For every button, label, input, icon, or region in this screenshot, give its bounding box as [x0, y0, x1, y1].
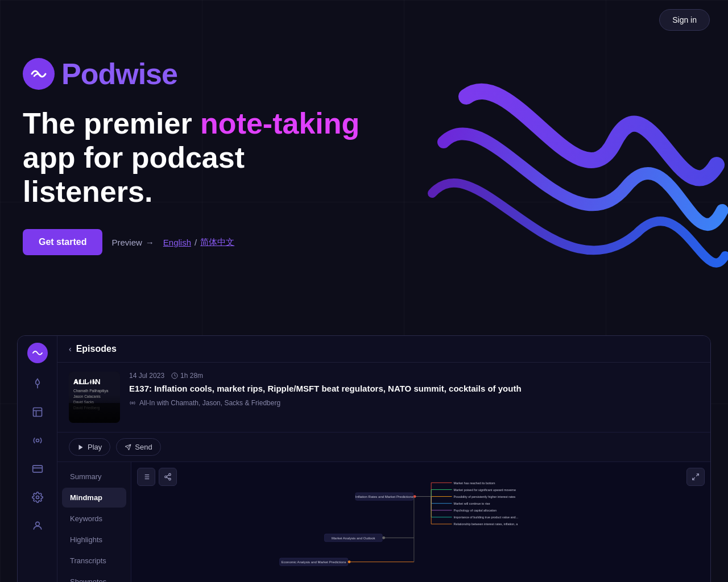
- play-label: Play: [88, 443, 102, 451]
- sidebar-item-library[interactable]: [25, 400, 50, 425]
- mindmap-list-btn[interactable]: [137, 468, 155, 486]
- sidebar-item-flame[interactable]: [25, 371, 50, 396]
- send-label: Send: [135, 443, 152, 451]
- svg-text:Possibility of persistently hi: Possibility of persistently higher inter…: [454, 495, 516, 498]
- back-icon[interactable]: ‹: [69, 344, 72, 354]
- episode-duration: 1h 28m: [171, 372, 203, 380]
- svg-point-64: [382, 537, 385, 539]
- svg-point-29: [165, 476, 167, 478]
- nav-tabs: Summary Mindmap Keywords Highlights Tran…: [57, 462, 131, 582]
- svg-point-9: [35, 522, 39, 526]
- get-started-button[interactable]: Get started: [23, 229, 102, 255]
- app-preview-window: ‹ Episodes ALL-IN Chamath Palihapitiya J…: [17, 335, 711, 582]
- play-button[interactable]: Play: [69, 438, 110, 456]
- english-link[interactable]: English: [163, 238, 191, 247]
- svg-line-31: [167, 477, 169, 479]
- svg-text:ALL-IN: ALL-IN: [73, 379, 97, 385]
- svg-rect-16: [69, 403, 120, 423]
- episode-title: E137: Inflation cools, market rips, Ripp…: [129, 383, 699, 394]
- svg-rect-6: [32, 465, 42, 472]
- svg-point-28: [169, 473, 171, 476]
- app-inner: ‹ Episodes ALL-IN Chamath Palihapitiya J…: [18, 336, 710, 582]
- episode-info: 14 Jul 2023 1h 28m E137: Inflation cools…: [129, 372, 699, 407]
- episode-meta: 14 Jul 2023 1h 28m: [129, 372, 699, 380]
- svg-point-8: [36, 496, 39, 499]
- episode-card: ALL-IN Chamath Palihapitiya Jason Calaca…: [57, 363, 710, 433]
- podwise-logo-icon: [23, 58, 55, 90]
- tab-mindmap[interactable]: Mindmap: [62, 488, 126, 508]
- svg-rect-2: [33, 408, 42, 417]
- tagline-end: app for podcast listeners.: [23, 141, 245, 208]
- hero-tagline: The premier note-taking app for podcast …: [23, 107, 375, 209]
- svg-text:Importance of building true pr: Importance of building true product valu…: [454, 516, 519, 519]
- tab-summary[interactable]: Summary: [62, 467, 126, 487]
- tab-highlights[interactable]: Highlights: [62, 530, 126, 550]
- svg-line-33: [696, 474, 698, 476]
- tagline-highlight: note-taking: [200, 107, 359, 140]
- mindmap-share-btn[interactable]: [159, 468, 177, 486]
- svg-point-52: [413, 495, 416, 498]
- sidebar-logo-icon: [27, 343, 48, 363]
- svg-text:David Friedberg: David Friedberg: [73, 406, 100, 410]
- tab-transcripts[interactable]: Transcripts: [62, 551, 126, 571]
- app-sidebar: [18, 336, 57, 582]
- preview-section: Preview →: [111, 238, 154, 247]
- sidebar-item-settings[interactable]: [25, 485, 50, 510]
- arrow-icon: →: [146, 238, 154, 247]
- episode-date: 14 Jul 2023: [129, 372, 164, 380]
- mindmap-toolbar: [137, 468, 177, 486]
- hero-section: Podwise The premier note-taking app for …: [0, 40, 728, 335]
- content-area: Summary Mindmap Keywords Highlights Tran…: [57, 462, 710, 582]
- podcast-name-text: All-In with Chamath, Jason, Sacks & Frie…: [139, 399, 280, 407]
- svg-text:Chamath Palihapitiya: Chamath Palihapitiya: [73, 389, 109, 393]
- svg-text:Economic Analysis and Market P: Economic Analysis and Market Predictions: [282, 560, 346, 564]
- svg-text:Jason Calacanis: Jason Calacanis: [73, 394, 101, 398]
- svg-point-5: [36, 439, 39, 442]
- tab-keywords[interactable]: Keywords: [62, 509, 126, 529]
- svg-text:Market will continue to rise: Market will continue to rise: [454, 502, 490, 505]
- episodes-header: ‹ Episodes: [57, 336, 710, 363]
- svg-text:David Sacks: David Sacks: [73, 400, 94, 404]
- mindmap-visualization: Inflation Rates and Market Predictions M…: [131, 462, 710, 582]
- chinese-link[interactable]: 简体中文: [200, 237, 234, 248]
- svg-line-32: [167, 475, 169, 476]
- svg-text:Market poised for significant : Market poised for significant upward mov…: [454, 488, 516, 492]
- episode-actions: Play Send: [57, 433, 710, 462]
- hero-wave-illustration: [398, 51, 728, 321]
- sidebar-item-cards[interactable]: [25, 456, 50, 481]
- svg-point-18: [132, 402, 134, 404]
- language-links: English / 简体中文: [163, 237, 234, 248]
- logo-text: Podwise: [61, 57, 177, 91]
- episodes-title: Episodes: [76, 344, 117, 354]
- svg-text:Inflation Rates and Market Pre: Inflation Rates and Market Predictions: [355, 495, 413, 498]
- svg-text:Psychology of capital allocati: Psychology of capital allocation: [454, 509, 497, 512]
- lang-separator: /: [195, 238, 197, 247]
- episode-thumbnail: ALL-IN Chamath Palihapitiya Jason Calaca…: [69, 372, 120, 423]
- svg-text:Market has reached its bottom: Market has reached its bottom: [454, 481, 496, 485]
- header: Sign in: [0, 0, 728, 40]
- sign-in-button[interactable]: Sign in: [659, 9, 710, 31]
- mindmap-fullscreen-btn[interactable]: [686, 468, 705, 486]
- svg-marker-19: [79, 444, 83, 450]
- preview-label: Preview: [111, 238, 142, 247]
- main-content-area: ‹ Episodes ALL-IN Chamath Palihapitiya J…: [57, 336, 710, 582]
- svg-line-34: [693, 477, 695, 480]
- svg-rect-10: [69, 372, 120, 423]
- svg-text:Market Analysis and Outlook: Market Analysis and Outlook: [332, 537, 376, 540]
- svg-text:Relationship between interest : Relationship between interest rates, inf…: [454, 522, 519, 526]
- svg-point-68: [348, 560, 351, 563]
- tab-shownotes[interactable]: Shownotes: [62, 572, 126, 582]
- tagline-plain: The premier: [23, 107, 200, 140]
- mindmap-area: Inflation Rates and Market Predictions M…: [131, 462, 710, 582]
- podcast-name: All-In with Chamath, Jason, Sacks & Frie…: [129, 399, 699, 407]
- sidebar-item-podcast[interactable]: [25, 428, 50, 453]
- sidebar-item-account[interactable]: [25, 513, 50, 538]
- send-button[interactable]: Send: [116, 438, 160, 456]
- svg-point-30: [169, 478, 171, 480]
